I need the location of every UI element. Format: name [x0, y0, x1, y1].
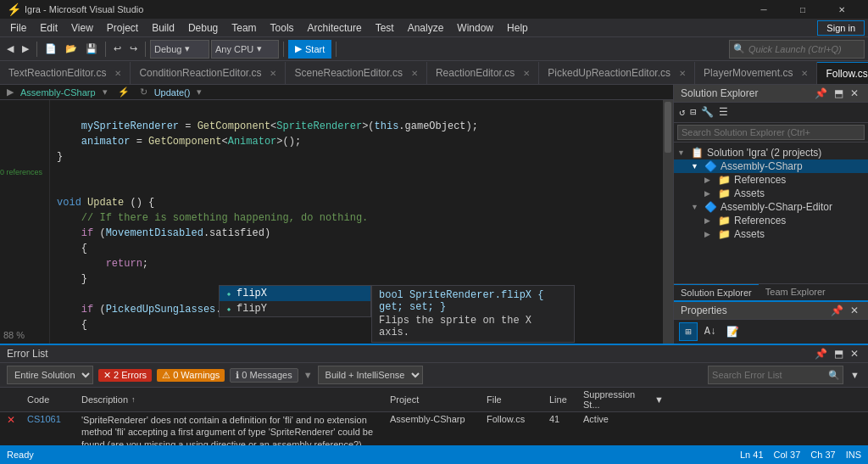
menu-debug[interactable]: Debug — [181, 20, 225, 36]
tree-expand-arrow: ▼ — [691, 203, 701, 211]
tab-follow[interactable]: Follow.cs ● ✕ — [817, 62, 868, 84]
redo-button[interactable]: ↪ — [126, 40, 141, 59]
tab-close-icon[interactable]: ✕ — [679, 69, 686, 78]
tab-pickedupeditor[interactable]: PickedUpReactionEditor.cs ✕ — [539, 62, 695, 84]
ins-indicator: INS — [846, 450, 861, 460]
build-action-dropdown[interactable]: Build + IntelliSense — [318, 366, 423, 384]
save-button[interactable]: 💾 — [82, 40, 101, 59]
prop-sort-category-button[interactable]: ⊞ — [679, 322, 698, 341]
menu-file[interactable]: File — [3, 20, 33, 36]
platform-dropdown[interactable]: Any CPU ▾ — [211, 40, 279, 59]
menu-view[interactable]: View — [64, 20, 100, 36]
menu-analyze[interactable]: Analyze — [401, 20, 451, 36]
tab-textreactioneditor[interactable]: TextReactionEditor.cs ✕ — [0, 62, 131, 84]
tree-assets-2[interactable]: ▶ 📁 Assets — [674, 227, 868, 241]
col-line: Line — [549, 394, 580, 405]
restore-button[interactable]: □ — [783, 0, 822, 19]
messages-count-label: 0 Messages — [242, 370, 292, 380]
tab-scenereactioneditor[interactable]: SceneReactionEditor.cs ✕ — [286, 62, 426, 84]
messages-badge[interactable]: ℹ 0 Messages — [230, 368, 298, 383]
tree-refs-2[interactable]: ▶ 📁 References — [674, 214, 868, 227]
se-float-button[interactable]: ⬒ — [832, 87, 846, 99]
code-editor[interactable]: ​ ​ ​ ​ 0 references ​ ​ ​ ​ ​ ​ ​ ​ ​ ​… — [0, 100, 673, 344]
scope-dropdown[interactable]: Entire Solution — [7, 366, 93, 384]
menu-team[interactable]: Team — [225, 20, 263, 36]
warnings-badge[interactable]: ⚠ 0 Warnings — [157, 369, 225, 382]
menu-build[interactable]: Build — [145, 20, 181, 36]
col-file: File — [487, 394, 546, 405]
autocomplete-item-flipx[interactable]: ⬥ flipX — [220, 286, 370, 301]
error-filter-icon[interactable]: ▼ — [849, 368, 861, 382]
quick-launch[interactable]: 🔍 Quick Launch (Ctrl+Q) — [729, 40, 865, 59]
menu-tools[interactable]: Tools — [264, 20, 301, 36]
prop-sort-alpha-button[interactable]: A↓ — [701, 322, 720, 341]
menu-edit[interactable]: Edit — [33, 20, 64, 36]
tab-conditionreactioneditor[interactable]: ConditionReactionEditor.cs ✕ — [131, 62, 286, 84]
error-list-float-icon[interactable]: ⬒ — [832, 348, 846, 360]
tab-close-icon[interactable]: ✕ — [114, 69, 121, 78]
tree-assembly-editor[interactable]: ▼ 🔷 Assembly-CSharp-Editor — [674, 200, 868, 214]
menu-help[interactable]: Help — [500, 20, 535, 36]
col-filter[interactable]: ▼ — [654, 394, 675, 405]
tree-assembly-csharp[interactable]: ▼ 🔷 Assembly-CSharp — [674, 159, 868, 173]
se-tab-team-explorer[interactable]: Team Explorer — [759, 284, 832, 300]
close-button[interactable]: ✕ — [822, 0, 861, 19]
error-project: Assembly-CSharp — [390, 414, 483, 424]
status-right: Ln 41 Col 37 Ch 37 INS — [740, 450, 861, 460]
vertical-scrollbar[interactable] — [663, 100, 673, 344]
undo-button[interactable]: ↩ — [110, 40, 125, 59]
error-table-header: Code Description ↑ Project File Line Sup… — [0, 388, 868, 412]
menu-project[interactable]: Project — [100, 20, 145, 36]
menu-test[interactable]: Test — [369, 20, 401, 36]
error-table: Code Description ↑ Project File Line Sup… — [0, 388, 868, 445]
errors-badge[interactable]: ✕ 2 Errors — [98, 369, 152, 382]
start-button[interactable]: ▶ Start — [288, 40, 331, 59]
tab-playermovement[interactable]: PlayerMovement.cs ✕ — [695, 62, 817, 84]
autocomplete-popup: ⬥ flipX ⬥ flipY — [219, 285, 371, 317]
properties-pin-button[interactable]: 📌 — [828, 305, 846, 316]
new-file-button[interactable]: 📄 — [42, 40, 60, 59]
open-button[interactable]: 📂 — [62, 40, 81, 59]
prop-property-pages-button[interactable]: 📝 — [723, 322, 742, 341]
error-list-pin-icon[interactable]: 📌 — [812, 348, 830, 360]
se-pin-button[interactable]: 📌 — [812, 87, 830, 99]
menu-window[interactable]: Window — [450, 20, 500, 36]
scroll-thumb[interactable] — [665, 102, 671, 153]
tab-close-icon[interactable]: ✕ — [411, 69, 418, 78]
error-line: 41 — [549, 414, 580, 424]
error-list-close-icon[interactable]: ✕ — [848, 348, 861, 360]
forward-button[interactable]: ▶ — [19, 40, 32, 59]
error-row-cs1061[interactable]: ✕ CS1061 'SpriteRenderer' does not conta… — [0, 412, 868, 445]
debug-mode-dropdown[interactable]: Debug ▾ — [150, 40, 209, 59]
se-sync-icon[interactable]: ↺ — [677, 104, 687, 120]
tab-label: ConditionReactionEditor.cs — [139, 67, 261, 79]
tab-reactioneditor[interactable]: ReactionEditor.cs ✕ — [427, 62, 539, 84]
tab-close-icon[interactable]: ✕ — [270, 69, 276, 78]
tree-refs-1[interactable]: ▶ 📁 References — [674, 173, 868, 187]
menu-architecture[interactable]: Architecture — [301, 20, 369, 36]
tree-expand-arrow: ▶ — [704, 189, 715, 198]
se-close-button[interactable]: ✕ — [848, 87, 861, 99]
se-filter-icon[interactable]: ☰ — [717, 104, 730, 120]
separator-2 — [105, 42, 106, 57]
tree-label: Assembly-CSharp-Editor — [721, 201, 832, 213]
se-search-input[interactable] — [677, 125, 865, 140]
tree-assets-1[interactable]: ▶ 📁 Assets — [674, 187, 868, 200]
tree-solution[interactable]: ▼ 📋 Solution 'Igra' (2 projects) — [674, 146, 868, 159]
se-tab-solution-explorer[interactable]: Solution Explorer — [674, 284, 759, 300]
minimize-button[interactable]: ─ — [744, 0, 783, 19]
properties-close-button[interactable]: ✕ — [848, 305, 861, 316]
error-search-input[interactable] — [708, 366, 843, 384]
status-bar: Ready Ln 41 Col 37 Ch 37 INS — [0, 445, 868, 464]
project-icon: 🔷 — [704, 201, 717, 213]
tab-close-icon[interactable]: ✕ — [523, 69, 530, 78]
folder-icon: 📁 — [718, 228, 731, 240]
play-icon: ▶ — [295, 43, 302, 54]
autocomplete-item-flipy[interactable]: ⬥ flipY — [220, 301, 370, 316]
se-properties-icon[interactable]: 🔧 — [699, 104, 715, 120]
sign-in-button[interactable]: Sign in — [817, 20, 865, 36]
tab-close-icon[interactable]: ✕ — [801, 69, 808, 78]
folder-icon: 📁 — [718, 174, 731, 186]
se-collapse-icon[interactable]: ⊟ — [688, 104, 698, 120]
back-button[interactable]: ◀ — [3, 40, 17, 59]
